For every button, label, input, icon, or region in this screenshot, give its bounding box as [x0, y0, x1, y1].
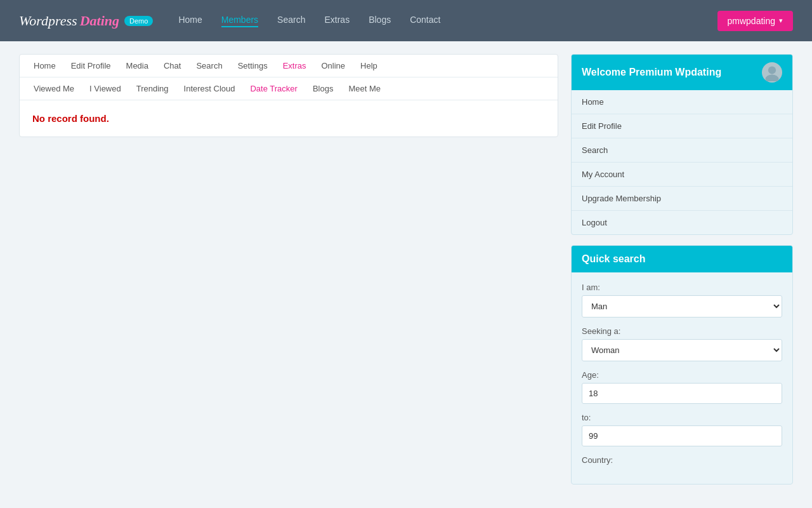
- age-label: Age:: [582, 370, 782, 380]
- age-to-input[interactable]: [582, 425, 782, 446]
- chevron-down-icon: ▾: [779, 17, 783, 25]
- age-to-group: to:: [582, 413, 782, 446]
- content-nav-settings[interactable]: Settings: [230, 55, 275, 77]
- svg-point-1: [766, 75, 779, 82]
- right-panel: Welcome Premium Wpdating Home Edit Profi…: [571, 54, 793, 485]
- seeking-select[interactable]: Woman Man: [582, 339, 782, 361]
- quick-search-title: Quick search: [582, 253, 646, 265]
- content-nav-i-viewed[interactable]: I Viewed: [82, 77, 129, 100]
- welcome-header: Welcome Premium Wpdating: [572, 55, 792, 90]
- welcome-title: Welcome Premium Wpdating: [582, 67, 721, 78]
- content-nav-help[interactable]: Help: [353, 55, 385, 77]
- content-nav-extras[interactable]: Extras: [275, 55, 314, 77]
- welcome-widget: Welcome Premium Wpdating Home Edit Profi…: [571, 54, 793, 235]
- nav-home[interactable]: Home: [178, 15, 202, 27]
- user-name: pmwpdating: [728, 16, 776, 26]
- logo-dating-text: Dating: [80, 13, 119, 29]
- content-nav-home[interactable]: Home: [26, 55, 63, 77]
- logo: Wordpress Dating Demo: [19, 13, 153, 29]
- content-nav-interest-cloud[interactable]: Interest Cloud: [176, 77, 243, 100]
- content-nav-meet-me[interactable]: Meet Me: [341, 77, 388, 100]
- content-box: Home Edit Profile Media Chat Search Sett…: [19, 54, 558, 137]
- nav-search[interactable]: Search: [277, 15, 305, 27]
- seeking-label: Seeking a:: [582, 326, 782, 336]
- quick-search-widget: Quick search I am: Man Woman Seeking a: …: [571, 245, 793, 485]
- menu-item-search[interactable]: Search: [572, 138, 792, 163]
- content-nav-edit-profile[interactable]: Edit Profile: [63, 55, 119, 77]
- content-nav-blogs[interactable]: Blogs: [305, 77, 341, 100]
- quick-search-header: Quick search: [572, 246, 792, 272]
- quick-search-body: I am: Man Woman Seeking a: Woman Man Age…: [572, 272, 792, 484]
- no-record-message: No record found.: [20, 100, 558, 137]
- menu-item-home[interactable]: Home: [572, 90, 792, 114]
- seeking-group: Seeking a: Woman Man: [582, 326, 782, 361]
- menu-item-my-account[interactable]: My Account: [572, 163, 792, 187]
- country-group: Country:: [582, 455, 782, 465]
- logo-wordpress-text: Wordpress: [19, 13, 77, 29]
- content-nav-online[interactable]: Online: [313, 55, 353, 77]
- user-menu-button[interactable]: pmwpdating ▾: [717, 11, 794, 31]
- menu-item-upgrade-membership[interactable]: Upgrade Membership: [572, 187, 792, 211]
- welcome-menu: Home Edit Profile Search My Account Upgr…: [572, 90, 792, 234]
- content-nav-trending[interactable]: Trending: [129, 77, 176, 100]
- menu-item-logout[interactable]: Logout: [572, 211, 792, 234]
- i-am-group: I am: Man Woman: [582, 283, 782, 318]
- menu-item-edit-profile[interactable]: Edit Profile: [572, 114, 792, 138]
- content-nav-date-tracker[interactable]: Date Tracker: [242, 77, 304, 100]
- age-group: Age:: [582, 370, 782, 404]
- logo-demo-badge: Demo: [124, 16, 153, 26]
- content-nav-chat[interactable]: Chat: [156, 55, 188, 77]
- header: Wordpress Dating Demo Home Members Searc…: [0, 0, 812, 41]
- content-nav-search[interactable]: Search: [188, 55, 230, 77]
- content-nav-viewed-me[interactable]: Viewed Me: [26, 77, 82, 100]
- main-container: Home Edit Profile Media Chat Search Sett…: [0, 41, 812, 497]
- main-nav: Home Members Search Extras Blogs Contact: [178, 15, 717, 27]
- country-label: Country:: [582, 455, 782, 465]
- content-nav-row2: Viewed Me I Viewed Trending Interest Clo…: [20, 77, 558, 100]
- left-panel: Home Edit Profile Media Chat Search Sett…: [19, 54, 558, 485]
- svg-point-0: [768, 66, 776, 74]
- age-input[interactable]: [582, 383, 782, 404]
- i-am-label: I am:: [582, 283, 782, 292]
- content-nav-row1: Home Edit Profile Media Chat Search Sett…: [20, 55, 558, 77]
- nav-extras[interactable]: Extras: [324, 15, 350, 27]
- content-nav-media[interactable]: Media: [119, 55, 156, 77]
- nav-contact[interactable]: Contact: [410, 15, 440, 27]
- i-am-select[interactable]: Man Woman: [582, 295, 782, 318]
- nav-members[interactable]: Members: [221, 15, 258, 27]
- avatar: [762, 62, 782, 83]
- nav-blogs[interactable]: Blogs: [369, 15, 391, 27]
- age-to-label: to:: [582, 413, 782, 422]
